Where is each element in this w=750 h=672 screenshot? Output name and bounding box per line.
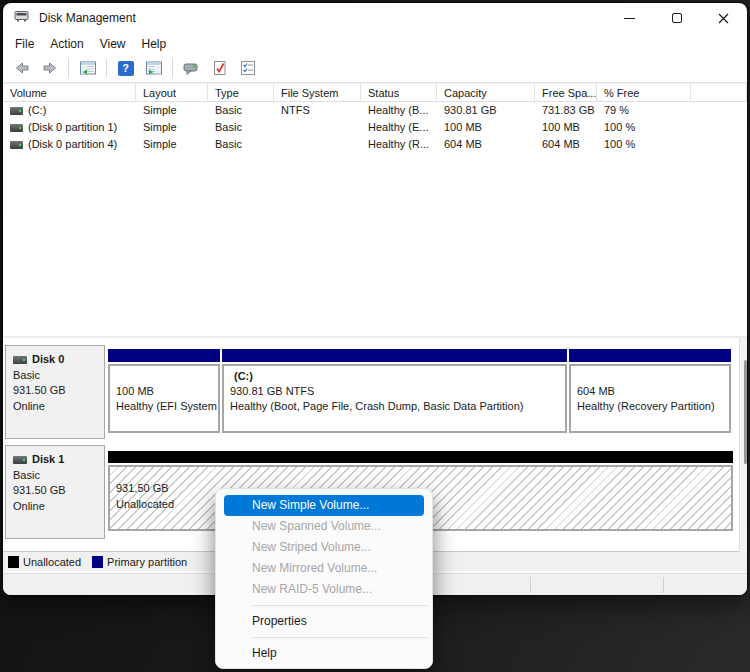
partition-info: 930.81 GB NTFS <box>230 384 565 399</box>
menu-file[interactable]: File <box>7 35 42 53</box>
column-header-volume[interactable]: Volume <box>3 84 136 101</box>
disk-status: Online <box>13 499 104 515</box>
disk-0-panel[interactable]: Disk 0 Basic 931.50 GB Online <box>5 345 105 439</box>
menu-item-new-mirrored-volume[interactable]: New Mirrored Volume... <box>224 558 424 579</box>
maximize-icon <box>672 13 682 23</box>
column-header-capacity[interactable]: Capacity <box>437 84 535 101</box>
status-cell: Healthy (B... <box>361 102 437 119</box>
free-space-cell: 731.83 GB <box>535 102 597 119</box>
app-icon <box>14 9 30 27</box>
file-system-cell <box>274 136 361 153</box>
type-cell: Basic <box>208 102 274 119</box>
disk-kind: Basic <box>13 368 104 384</box>
disk-kind: Basic <box>13 468 104 484</box>
layout-cell: Simple <box>136 102 208 119</box>
scrollbar-thumb[interactable] <box>744 360 747 464</box>
partition-recovery[interactable]: 604 MB Healthy (Recovery Partition) <box>569 345 731 433</box>
unallocated-swatch-icon <box>8 556 19 568</box>
pct-free-cell: 79 % <box>597 102 691 119</box>
primary-partition-swatch-icon <box>92 556 103 568</box>
status-cell: Healthy (E... <box>361 119 437 136</box>
back-button[interactable] <box>10 57 33 79</box>
disk-size: 931.50 GB <box>13 383 104 399</box>
type-cell: Basic <box>208 119 274 136</box>
status-cell: Healthy (R... <box>361 136 437 153</box>
disk-icon <box>13 456 27 464</box>
partition-info: 100 MB <box>116 384 218 399</box>
free-space-cell: 100 MB <box>535 119 597 136</box>
callout-button[interactable] <box>180 57 203 79</box>
validate-button[interactable] <box>208 57 231 79</box>
menu-item-properties[interactable]: Properties <box>224 611 424 632</box>
checklist-icon <box>239 60 257 76</box>
column-header-free-space[interactable]: Free Spa... <box>535 84 597 101</box>
column-header-file-system[interactable]: File System <box>274 84 361 101</box>
partition-title <box>116 369 218 384</box>
disk-icon <box>13 356 27 364</box>
partition-health: Healthy (Boot, Page File, Crash Dump, Ba… <box>230 399 565 414</box>
minimize-button[interactable] <box>606 3 653 33</box>
maximize-button[interactable] <box>653 3 700 33</box>
partition-title: (C:) <box>230 369 565 384</box>
volume-row-partition-1[interactable]: (Disk 0 partition 1) Simple Basic Health… <box>3 119 747 136</box>
volume-row-c[interactable]: (C:) Simple Basic NTFS Healthy (B... 930… <box>3 102 747 119</box>
volume-name-cell: (Disk 0 partition 1) <box>3 119 136 136</box>
capacity-cell: 930.81 GB <box>437 102 535 119</box>
window-title: Disk Management <box>39 11 136 25</box>
file-system-cell: NTFS <box>274 102 361 119</box>
disk-1-panel[interactable]: Disk 1 Basic 931.50 GB Online <box>5 445 105 539</box>
menu-item-new-simple-volume[interactable]: New Simple Volume... <box>224 495 424 516</box>
menu-item-help[interactable]: Help <box>224 643 424 664</box>
legend-unallocated: Unallocated <box>8 556 81 568</box>
volume-list: Volume Layout Type File System Status Ca… <box>3 83 747 336</box>
menu-separator <box>252 637 428 638</box>
disk-size: 931.50 GB <box>13 483 104 499</box>
menu-action[interactable]: Action <box>42 35 91 53</box>
toolbar <box>3 54 747 83</box>
column-header-layout[interactable]: Layout <box>136 84 208 101</box>
volume-list-header: Volume Layout Type File System Status Ca… <box>3 83 747 102</box>
volume-row-partition-4[interactable]: (Disk 0 partition 4) Simple Basic Health… <box>3 136 747 153</box>
action-pane-icon <box>145 60 163 76</box>
layout-cell: Simple <box>136 136 208 153</box>
primary-partition-strip <box>222 349 567 362</box>
volume-name-cell: (Disk 0 partition 4) <box>3 136 136 153</box>
disk-0-row: Disk 0 Basic 931.50 GB Online 100 MB Hea… <box>3 345 747 439</box>
volume-drive-icon <box>10 141 23 149</box>
file-system-cell <box>274 119 361 136</box>
primary-partition-strip <box>569 349 731 362</box>
pct-free-cell: 100 % <box>597 136 691 153</box>
checklist-button[interactable] <box>236 57 259 79</box>
menu-item-new-spanned-volume[interactable]: New Spanned Volume... <box>224 516 424 537</box>
layout-cell: Simple <box>136 119 208 136</box>
column-header-type[interactable]: Type <box>208 84 274 101</box>
forward-button[interactable] <box>38 57 61 79</box>
vertical-scrollbar[interactable] <box>739 338 747 553</box>
capacity-cell: 604 MB <box>437 136 535 153</box>
column-header-pct-free[interactable]: % Free <box>597 84 691 101</box>
partition-c[interactable]: (C:) 930.81 GB NTFS Healthy (Boot, Page … <box>222 345 567 433</box>
minimize-icon <box>624 18 635 19</box>
menu-help[interactable]: Help <box>134 35 175 53</box>
toolbar-separator <box>106 59 107 77</box>
window-controls <box>606 3 747 33</box>
menu-view[interactable]: View <box>92 35 134 53</box>
disk-status: Online <box>13 399 104 415</box>
toolbar-separator <box>68 59 69 77</box>
statusbar-divider <box>530 577 531 593</box>
show-action-pane-button[interactable] <box>142 57 165 79</box>
partition-box: 604 MB Healthy (Recovery Partition) <box>569 364 731 433</box>
partition-info: 604 MB <box>577 384 729 399</box>
help-button[interactable] <box>114 57 137 79</box>
close-button[interactable] <box>700 3 747 33</box>
show-console-tree-button[interactable] <box>76 57 99 79</box>
pct-free-cell: 100 % <box>597 119 691 136</box>
partition-efi[interactable]: 100 MB Healthy (EFI System Partition) <box>108 345 220 433</box>
console-tree-icon <box>79 60 97 76</box>
menu-item-new-raid5-volume[interactable]: New RAID-5 Volume... <box>224 579 424 600</box>
menubar: File Action View Help <box>3 33 747 54</box>
column-header-status[interactable]: Status <box>361 84 437 101</box>
unallocated-strip <box>108 451 733 463</box>
menu-item-new-striped-volume[interactable]: New Striped Volume... <box>224 537 424 558</box>
legend-primary-partition: Primary partition <box>92 556 187 568</box>
